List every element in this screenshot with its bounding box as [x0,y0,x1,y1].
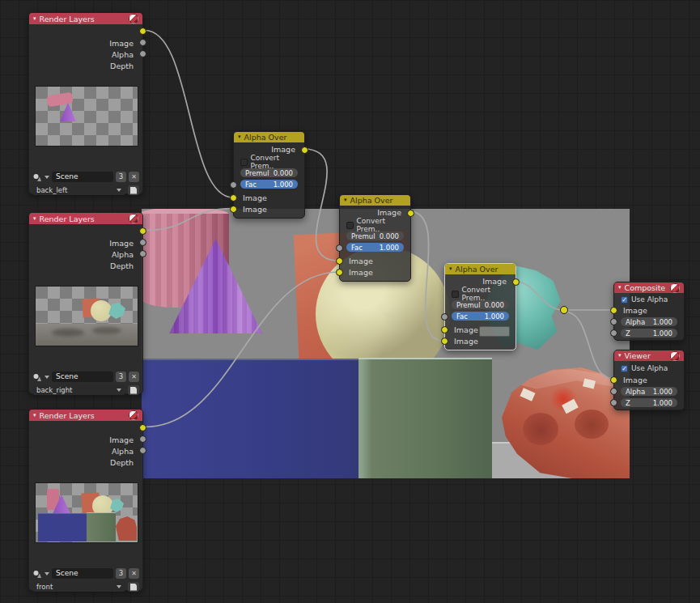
collapse-arrow-icon[interactable]: ▾ [449,266,452,272]
scene-field[interactable]: Scene [52,372,113,382]
node-title: Alpha Over [456,265,498,274]
node-header[interactable]: ▾ Alpha Over [234,132,304,142]
depth-output-socket[interactable] [139,50,146,57]
scene-users-count[interactable]: 3 [116,172,126,182]
alpha-output-socket[interactable] [139,435,146,443]
render-result-icon [670,283,680,293]
node-header[interactable]: ▾ Viewer [614,350,684,361]
fac-slider[interactable]: Fac 1.000 [346,243,404,252]
convert-premul-row[interactable]: Convert Prem.. [346,220,407,230]
convert-premul-label: Convert Prem.. [357,217,408,233]
scene-users-count[interactable]: 3 [116,568,126,579]
image-output-socket[interactable] [407,210,414,217]
image-output-socket[interactable] [139,28,146,35]
viewer-node[interactable]: ▾ Viewer ✓ Use Alpha Image Alpha 1.000 Z… [613,350,685,410]
node-header[interactable]: ▾ Render Layers [29,213,142,224]
collapse-arrow-icon[interactable]: ▾ [33,413,36,418]
image-input-socket[interactable] [610,376,617,384]
depth-output-socket[interactable] [139,447,146,454]
premul-slider[interactable]: Premul 0.000 [240,168,298,177]
render-layer-button[interactable] [128,385,139,395]
use-alpha-row[interactable]: ✓ Use Alpha [621,363,681,373]
view-layer-dropdown[interactable]: back_left [32,185,125,195]
alpha-input-socket[interactable] [610,388,617,395]
render-layers-node-back-left[interactable]: ▾ Render Layers Image Alpha Depth Scene … [28,12,143,194]
fac-slider[interactable]: Fac 1.000 [240,180,298,189]
unlink-scene-button[interactable]: ✕ [129,172,139,182]
render-layer-button[interactable] [128,582,139,592]
z-input-socket[interactable] [610,399,617,406]
checkbox-checked-icon[interactable]: ✓ [621,296,628,304]
alpha-input-socket[interactable] [610,318,617,325]
node-title: Alpha Over [350,196,393,205]
alpha-slider[interactable]: Alpha 1.000 [621,317,677,326]
image-input-socket-2[interactable] [336,269,343,276]
image-input-socket[interactable] [610,307,617,314]
image-input-socket-1[interactable] [230,194,237,202]
chevron-down-icon[interactable] [45,176,49,179]
chevron-down-icon[interactable] [45,572,49,575]
z-input-socket[interactable] [610,329,617,337]
view-layer-dropdown[interactable]: back_right [32,385,125,395]
image-input-socket-2[interactable] [230,206,237,213]
alpha-over-node-3[interactable]: ▾ Alpha Over Image Convert Prem.. Premul… [444,263,516,350]
image-input-socket-2[interactable] [441,338,448,345]
use-alpha-label: Use Alpha [631,364,668,372]
collapse-arrow-icon[interactable]: ▾ [618,285,622,291]
render-layer-button[interactable] [128,185,139,195]
collapse-arrow-icon[interactable]: ▾ [238,134,241,140]
node-header[interactable]: ▾ Render Layers [29,410,142,421]
collapse-arrow-icon[interactable]: ▾ [344,197,347,203]
convert-premul-row[interactable]: Convert Prem.. [240,157,301,167]
premul-slider[interactable]: Premul 0.000 [452,300,509,309]
scene-field[interactable]: Scene [52,172,113,182]
backdrop-green-cube [358,358,492,478]
node-header[interactable]: ▾ Alpha Over [340,195,410,206]
checkbox-unchecked-icon[interactable] [452,291,459,298]
collapse-arrow-icon[interactable]: ▾ [618,353,622,359]
image-input-socket-1[interactable] [441,326,448,333]
scene-users-count[interactable]: 3 [116,372,126,382]
checkbox-checked-icon[interactable]: ✓ [621,365,628,372]
z-slider[interactable]: Z 1.000 [621,329,677,338]
premul-slider[interactable]: Premul 0.000 [346,231,404,240]
alpha-output-socket[interactable] [139,39,146,46]
alpha-over-node-2[interactable]: ▾ Alpha Over Image Convert Prem.. Premul… [339,194,411,282]
node-header[interactable]: ▾ Composite [614,282,684,293]
depth-output-socket[interactable] [139,250,146,257]
checkbox-unchecked-icon[interactable] [346,222,354,229]
unlink-scene-button[interactable]: ✕ [129,568,139,579]
preview-shadow [92,327,121,334]
scene-field[interactable]: Scene [52,568,113,579]
fac-slider[interactable]: Fac 1.000 [452,312,509,321]
use-alpha-row[interactable]: ✓ Use Alpha [621,295,681,304]
preview-shadow [52,329,84,337]
checkbox-unchecked-icon[interactable] [240,159,248,166]
node-header[interactable]: ▾ Render Layers [29,13,142,24]
preview-teal-object [108,303,125,319]
view-layer-dropdown[interactable]: front [32,582,125,592]
alpha-slider[interactable]: Alpha 1.000 [621,387,677,396]
z-slider[interactable]: Z 1.000 [621,398,677,407]
node-header[interactable]: ▾ Alpha Over [445,264,515,274]
fac-input-socket[interactable] [336,244,343,252]
image-output-socket[interactable] [301,147,308,154]
collapse-arrow-icon[interactable]: ▾ [33,216,36,222]
collapse-arrow-icon[interactable]: ▾ [33,16,36,22]
node-title: Render Layers [40,214,95,223]
alpha-output-socket[interactable] [139,239,146,246]
convert-premul-row[interactable]: Convert Prem.. [452,289,512,299]
image-output-socket[interactable] [139,227,146,235]
alpha-over-node-1[interactable]: ▾ Alpha Over Image Convert Prem.. Premul… [233,131,305,219]
chevron-down-icon[interactable] [45,376,49,379]
render-layers-node-back-right[interactable]: ▾ Render Layers Image Alpha Depth Scene … [28,212,143,394]
composite-node[interactable]: ▾ Composite ✓ Use Alpha Image Alpha 1.00… [613,282,685,341]
fac-input-socket[interactable] [441,313,448,321]
image-output-socket[interactable] [512,278,520,286]
unlink-scene-button[interactable]: ✕ [129,372,139,382]
fac-input-socket[interactable] [230,181,237,189]
skull-tooth [583,378,596,389]
render-layers-node-front[interactable]: ▾ Render Layers Image Alpha Depth Scene … [28,409,143,591]
image-output-socket[interactable] [139,424,146,431]
image-input-socket-1[interactable] [336,257,343,265]
